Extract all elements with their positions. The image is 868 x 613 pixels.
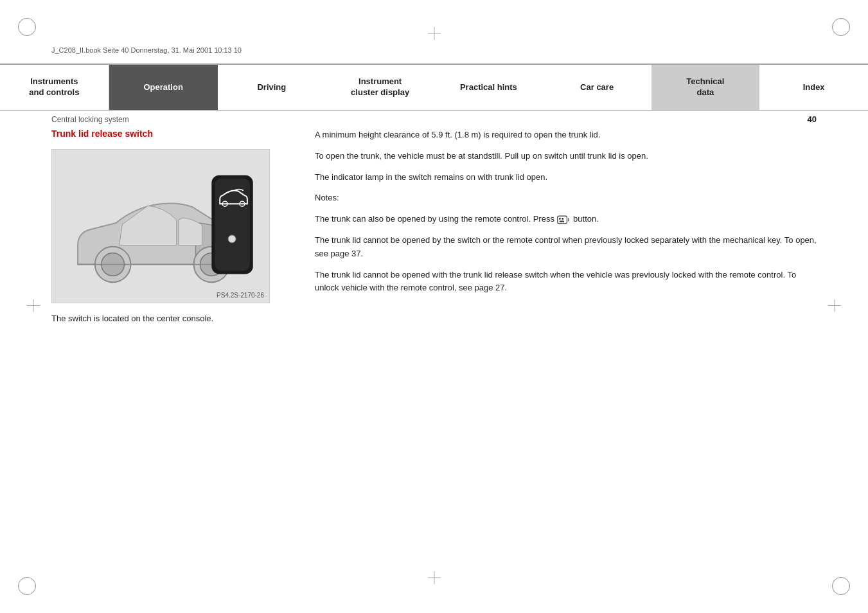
svg-point-10 <box>228 235 236 243</box>
left-column: Trunk lid release switch <box>51 129 296 562</box>
paragraph-3: The indicator lamp in the switch remains… <box>315 171 817 184</box>
section-label: Central locking system <box>51 115 129 124</box>
nav-operation-label: Operation <box>143 82 182 93</box>
notes-label: Notes: <box>315 191 817 205</box>
paragraph-2: To open the trunk, the vehicle must be a… <box>315 150 817 163</box>
switch-location-text: The switch is located on the center cons… <box>51 312 283 326</box>
file-info: J_C208_II.book Seite 40 Donnerstag, 31. … <box>51 46 242 54</box>
remote-control-icon <box>557 214 571 226</box>
nav-index[interactable]: Index <box>759 65 868 110</box>
nav-practical-hints[interactable]: Practical hints <box>434 65 543 110</box>
svg-rect-7 <box>215 179 250 271</box>
nav-technical-data[interactable]: Technicaldata <box>651 65 760 110</box>
nav-technical-data-label: Technicaldata <box>686 76 724 98</box>
svg-point-12 <box>558 218 560 220</box>
corner-decoration-tl <box>18 18 36 36</box>
nav-car-care-label: Car care <box>580 82 614 93</box>
content-area: Trunk lid release switch <box>51 129 817 562</box>
nav-index-label: Index <box>803 82 825 93</box>
nav-car-care[interactable]: Car care <box>543 65 651 110</box>
nav-instruments-and-controls[interactable]: Instrumentsand controls <box>0 65 109 110</box>
trunk-lid-image: PS4.2S-2170-26 <box>51 149 270 303</box>
corner-decoration-bl <box>18 577 36 595</box>
corner-decoration-tr <box>832 18 850 36</box>
top-rule <box>0 63 868 64</box>
image-reference: PS4.2S-2170-26 <box>217 292 264 299</box>
nav-instrument-cluster-label: Instrumentcluster display <box>351 76 409 98</box>
nav-driving-label: Driving <box>257 82 286 93</box>
mid-bottom-crosshair <box>428 571 441 586</box>
mid-left-crosshair <box>27 299 40 314</box>
nav-instruments-label: Instrumentsand controls <box>29 76 79 98</box>
paragraph-1: A minimum height clearance of 5.9 ft. (1… <box>315 129 817 142</box>
mid-right-crosshair <box>828 299 841 314</box>
nav-instrument-cluster[interactable]: Instrumentcluster display <box>326 65 434 110</box>
page-number: 40 <box>808 114 817 124</box>
nav-practical-hints-label: Practical hints <box>460 82 517 93</box>
paragraph-mechanical-key: The trunk lid cannot be opened by the sw… <box>315 234 817 261</box>
right-column: A minimum height clearance of 5.9 ft. (1… <box>296 129 817 562</box>
trunk-lid-title: Trunk lid release switch <box>51 129 283 139</box>
svg-rect-11 <box>557 216 567 224</box>
navigation-header: Instrumentsand controls Operation Drivin… <box>0 64 868 111</box>
svg-point-13 <box>562 218 563 220</box>
section-row: Central locking system 40 <box>51 114 817 124</box>
corner-decoration-br <box>832 577 850 595</box>
paragraph-remote-control: The trunk can also be opened by using th… <box>315 213 817 226</box>
svg-rect-14 <box>559 220 563 222</box>
nav-operation[interactable]: Operation <box>109 65 218 110</box>
paragraph-remote-lock: The trunk lid cannot be opened with the … <box>315 269 817 296</box>
nav-driving[interactable]: Driving <box>218 65 326 110</box>
mid-top-crosshair <box>428 27 441 42</box>
